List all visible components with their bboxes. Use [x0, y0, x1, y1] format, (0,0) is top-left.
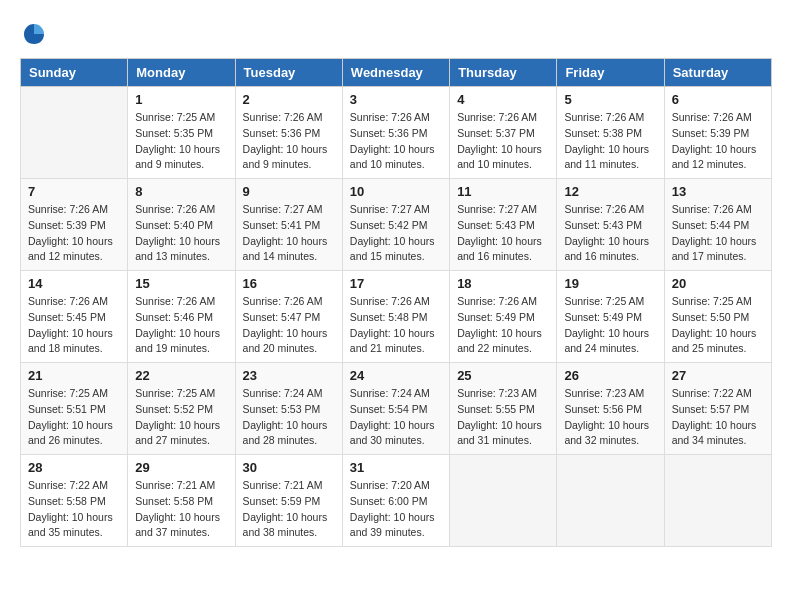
day-info: Sunrise: 7:26 AM Sunset: 5:36 PM Dayligh…: [243, 110, 335, 173]
day-info: Sunrise: 7:26 AM Sunset: 5:39 PM Dayligh…: [672, 110, 764, 173]
day-number: 11: [457, 184, 549, 199]
week-row-2: 7Sunrise: 7:26 AM Sunset: 5:39 PM Daylig…: [21, 179, 772, 271]
day-number: 19: [564, 276, 656, 291]
week-row-1: 1Sunrise: 7:25 AM Sunset: 5:35 PM Daylig…: [21, 87, 772, 179]
logo: [20, 20, 52, 48]
day-number: 29: [135, 460, 227, 475]
calendar-cell: 9Sunrise: 7:27 AM Sunset: 5:41 PM Daylig…: [235, 179, 342, 271]
day-number: 20: [672, 276, 764, 291]
day-info: Sunrise: 7:25 AM Sunset: 5:49 PM Dayligh…: [564, 294, 656, 357]
calendar-cell: 24Sunrise: 7:24 AM Sunset: 5:54 PM Dayli…: [342, 363, 449, 455]
calendar-cell: 7Sunrise: 7:26 AM Sunset: 5:39 PM Daylig…: [21, 179, 128, 271]
day-info: Sunrise: 7:22 AM Sunset: 5:57 PM Dayligh…: [672, 386, 764, 449]
calendar-cell: [557, 455, 664, 547]
calendar-cell: 14Sunrise: 7:26 AM Sunset: 5:45 PM Dayli…: [21, 271, 128, 363]
calendar-cell: 13Sunrise: 7:26 AM Sunset: 5:44 PM Dayli…: [664, 179, 771, 271]
logo-icon: [20, 20, 48, 48]
calendar-cell: 12Sunrise: 7:26 AM Sunset: 5:43 PM Dayli…: [557, 179, 664, 271]
calendar-cell: 29Sunrise: 7:21 AM Sunset: 5:58 PM Dayli…: [128, 455, 235, 547]
week-row-5: 28Sunrise: 7:22 AM Sunset: 5:58 PM Dayli…: [21, 455, 772, 547]
day-info: Sunrise: 7:23 AM Sunset: 5:55 PM Dayligh…: [457, 386, 549, 449]
day-info: Sunrise: 7:23 AM Sunset: 5:56 PM Dayligh…: [564, 386, 656, 449]
calendar-cell: 4Sunrise: 7:26 AM Sunset: 5:37 PM Daylig…: [450, 87, 557, 179]
week-row-3: 14Sunrise: 7:26 AM Sunset: 5:45 PM Dayli…: [21, 271, 772, 363]
day-info: Sunrise: 7:25 AM Sunset: 5:50 PM Dayligh…: [672, 294, 764, 357]
calendar-cell: 18Sunrise: 7:26 AM Sunset: 5:49 PM Dayli…: [450, 271, 557, 363]
calendar-header-row: SundayMondayTuesdayWednesdayThursdayFrid…: [21, 59, 772, 87]
day-number: 3: [350, 92, 442, 107]
day-info: Sunrise: 7:26 AM Sunset: 5:39 PM Dayligh…: [28, 202, 120, 265]
day-number: 15: [135, 276, 227, 291]
day-number: 31: [350, 460, 442, 475]
calendar-cell: 21Sunrise: 7:25 AM Sunset: 5:51 PM Dayli…: [21, 363, 128, 455]
day-info: Sunrise: 7:26 AM Sunset: 5:37 PM Dayligh…: [457, 110, 549, 173]
day-info: Sunrise: 7:26 AM Sunset: 5:45 PM Dayligh…: [28, 294, 120, 357]
day-number: 23: [243, 368, 335, 383]
day-number: 26: [564, 368, 656, 383]
calendar-cell: 26Sunrise: 7:23 AM Sunset: 5:56 PM Dayli…: [557, 363, 664, 455]
calendar-cell: 30Sunrise: 7:21 AM Sunset: 5:59 PM Dayli…: [235, 455, 342, 547]
column-header-wednesday: Wednesday: [342, 59, 449, 87]
calendar-cell: 11Sunrise: 7:27 AM Sunset: 5:43 PM Dayli…: [450, 179, 557, 271]
day-number: 4: [457, 92, 549, 107]
calendar-cell: 5Sunrise: 7:26 AM Sunset: 5:38 PM Daylig…: [557, 87, 664, 179]
calendar-cell: 23Sunrise: 7:24 AM Sunset: 5:53 PM Dayli…: [235, 363, 342, 455]
day-info: Sunrise: 7:20 AM Sunset: 6:00 PM Dayligh…: [350, 478, 442, 541]
calendar-cell: 22Sunrise: 7:25 AM Sunset: 5:52 PM Dayli…: [128, 363, 235, 455]
day-number: 27: [672, 368, 764, 383]
day-number: 18: [457, 276, 549, 291]
column-header-tuesday: Tuesday: [235, 59, 342, 87]
day-number: 8: [135, 184, 227, 199]
calendar-cell: 19Sunrise: 7:25 AM Sunset: 5:49 PM Dayli…: [557, 271, 664, 363]
day-number: 7: [28, 184, 120, 199]
calendar-cell: 3Sunrise: 7:26 AM Sunset: 5:36 PM Daylig…: [342, 87, 449, 179]
day-info: Sunrise: 7:26 AM Sunset: 5:48 PM Dayligh…: [350, 294, 442, 357]
day-info: Sunrise: 7:27 AM Sunset: 5:43 PM Dayligh…: [457, 202, 549, 265]
day-number: 24: [350, 368, 442, 383]
day-number: 16: [243, 276, 335, 291]
day-number: 5: [564, 92, 656, 107]
day-info: Sunrise: 7:21 AM Sunset: 5:59 PM Dayligh…: [243, 478, 335, 541]
day-number: 21: [28, 368, 120, 383]
day-number: 6: [672, 92, 764, 107]
calendar-cell: [21, 87, 128, 179]
calendar-cell: 27Sunrise: 7:22 AM Sunset: 5:57 PM Dayli…: [664, 363, 771, 455]
day-info: Sunrise: 7:27 AM Sunset: 5:41 PM Dayligh…: [243, 202, 335, 265]
day-number: 1: [135, 92, 227, 107]
day-number: 10: [350, 184, 442, 199]
day-number: 28: [28, 460, 120, 475]
column-header-saturday: Saturday: [664, 59, 771, 87]
day-info: Sunrise: 7:22 AM Sunset: 5:58 PM Dayligh…: [28, 478, 120, 541]
calendar-cell: 20Sunrise: 7:25 AM Sunset: 5:50 PM Dayli…: [664, 271, 771, 363]
day-info: Sunrise: 7:26 AM Sunset: 5:38 PM Dayligh…: [564, 110, 656, 173]
day-number: 14: [28, 276, 120, 291]
calendar-cell: 10Sunrise: 7:27 AM Sunset: 5:42 PM Dayli…: [342, 179, 449, 271]
day-number: 9: [243, 184, 335, 199]
day-info: Sunrise: 7:25 AM Sunset: 5:35 PM Dayligh…: [135, 110, 227, 173]
day-number: 22: [135, 368, 227, 383]
day-info: Sunrise: 7:26 AM Sunset: 5:44 PM Dayligh…: [672, 202, 764, 265]
calendar-cell: 25Sunrise: 7:23 AM Sunset: 5:55 PM Dayli…: [450, 363, 557, 455]
calendar-cell: [450, 455, 557, 547]
calendar-cell: 15Sunrise: 7:26 AM Sunset: 5:46 PM Dayli…: [128, 271, 235, 363]
calendar-cell: 31Sunrise: 7:20 AM Sunset: 6:00 PM Dayli…: [342, 455, 449, 547]
calendar-cell: 8Sunrise: 7:26 AM Sunset: 5:40 PM Daylig…: [128, 179, 235, 271]
day-number: 2: [243, 92, 335, 107]
page-header: [20, 20, 772, 48]
day-info: Sunrise: 7:24 AM Sunset: 5:53 PM Dayligh…: [243, 386, 335, 449]
day-info: Sunrise: 7:26 AM Sunset: 5:47 PM Dayligh…: [243, 294, 335, 357]
column-header-monday: Monday: [128, 59, 235, 87]
column-header-thursday: Thursday: [450, 59, 557, 87]
calendar-cell: 28Sunrise: 7:22 AM Sunset: 5:58 PM Dayli…: [21, 455, 128, 547]
day-info: Sunrise: 7:26 AM Sunset: 5:36 PM Dayligh…: [350, 110, 442, 173]
day-number: 17: [350, 276, 442, 291]
calendar-cell: 6Sunrise: 7:26 AM Sunset: 5:39 PM Daylig…: [664, 87, 771, 179]
day-info: Sunrise: 7:26 AM Sunset: 5:49 PM Dayligh…: [457, 294, 549, 357]
day-number: 25: [457, 368, 549, 383]
column-header-friday: Friday: [557, 59, 664, 87]
calendar-table: SundayMondayTuesdayWednesdayThursdayFrid…: [20, 58, 772, 547]
calendar-cell: 16Sunrise: 7:26 AM Sunset: 5:47 PM Dayli…: [235, 271, 342, 363]
calendar-cell: 1Sunrise: 7:25 AM Sunset: 5:35 PM Daylig…: [128, 87, 235, 179]
day-info: Sunrise: 7:25 AM Sunset: 5:52 PM Dayligh…: [135, 386, 227, 449]
day-info: Sunrise: 7:25 AM Sunset: 5:51 PM Dayligh…: [28, 386, 120, 449]
